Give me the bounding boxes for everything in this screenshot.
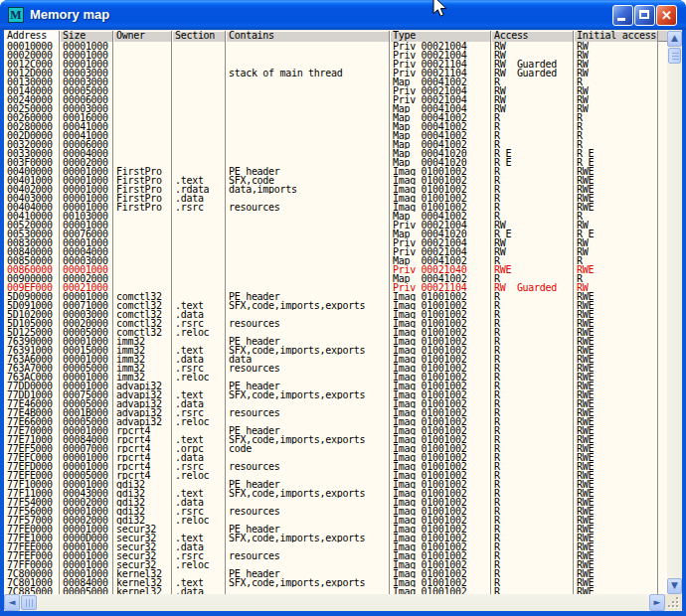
- table-row[interactable]: 763AC00000001000imm32.relocImag 01001002…: [4, 373, 667, 382]
- table-row[interactable]: 77FF000000001000secur32.relocImag 010010…: [4, 560, 667, 569]
- column-header-address[interactable]: Address: [4, 31, 60, 42]
- memory-map-icon[interactable]: M: [8, 7, 24, 23]
- table-row[interactable]: 0012C00000001000Priv 00021104RW GuardedR…: [4, 60, 667, 69]
- table-row[interactable]: 0052000000001000Priv 00021004RWRW: [4, 221, 667, 230]
- column-header-contains[interactable]: Contains: [226, 31, 390, 42]
- table-row[interactable]: 77E4B0000001B000advapi32.rsrcresourcesIm…: [4, 408, 667, 417]
- cell-contains: [226, 158, 390, 167]
- table-row[interactable]: 0026000000016000Map 00041002RR: [4, 113, 667, 122]
- table-row[interactable]: 0002000000001000Priv 00021004RWRW: [4, 51, 667, 60]
- table-row[interactable]: 0040000000001000FirstProPE headerImag 01…: [4, 167, 667, 176]
- table-row[interactable]: 7C80100000084000kernel32.textSFX,code,im…: [4, 578, 667, 587]
- table-row[interactable]: 0040200000001000FirstPro.rdatadata,impor…: [4, 185, 667, 194]
- table-row[interactable]: 77F1000000001000gdi32PE headerImag 01001…: [4, 480, 667, 489]
- table-row[interactable]: 0083000000001000Priv 00021004RWRW: [4, 238, 667, 247]
- table-row[interactable]: 77EF500000007000rpcrt4.orpccodeImag 0100…: [4, 444, 667, 453]
- table-row[interactable]: 0086000000001000Priv 00021040RWERWE: [4, 265, 667, 274]
- table-row[interactable]: 0032000000006000Map 00041002RR: [4, 140, 667, 149]
- table-row[interactable]: 003F000000002000Map 00041020R ER E: [4, 158, 667, 167]
- table-row[interactable]: 77F1100000043000gdi32.textSFX,code,impor…: [4, 489, 667, 498]
- cell-initial-access: RWE: [574, 471, 658, 480]
- table-row[interactable]: 77E7000000001000rpcrt4PE headerImag 0100…: [4, 426, 667, 435]
- column-header-access[interactable]: Access: [491, 31, 574, 42]
- cell-contains: [226, 230, 390, 238]
- horizontal-scrollbar[interactable]: ◄ ►: [4, 594, 665, 611]
- title-bar[interactable]: M Memory map ✕: [0, 0, 686, 30]
- table-row[interactable]: 77DD100000075000advapi32.textSFX,code,im…: [4, 390, 667, 399]
- table-row[interactable]: 77FEF00000001000secur32.rsrcresourcesIma…: [4, 551, 667, 560]
- scroll-right-button[interactable]: ►: [649, 594, 665, 611]
- cell-contains: [226, 42, 390, 51]
- table-row[interactable]: 5D10500000020000comctl32.rsrcresourcesIm…: [4, 319, 667, 328]
- horizontal-scroll-thumb[interactable]: [21, 595, 37, 610]
- table-row[interactable]: 0001000000001000Priv 00021004RWRW: [4, 42, 667, 51]
- cell-section: [172, 149, 226, 158]
- cell-owner: [113, 140, 172, 149]
- table-row[interactable]: 77E6600000005000advapi32.relocImag 01001…: [4, 417, 667, 426]
- table-row[interactable]: 0041000000103000Map 00041002RR: [4, 212, 667, 221]
- table-row[interactable]: 0090000000002000Map 00041002RR: [4, 274, 667, 283]
- cell-section: [172, 265, 226, 274]
- close-button[interactable]: ✕: [656, 5, 677, 26]
- table-row[interactable]: 77E7100000084000rpcrt4.textSFX,code,impo…: [4, 435, 667, 444]
- cell-address: 76390000: [4, 337, 60, 346]
- scroll-down-button[interactable]: ▼: [667, 578, 682, 594]
- table-row[interactable]: 0028000000041000Map 00041002RR: [4, 122, 667, 131]
- table-row[interactable]: 77FE000000001000secur32PE headerImag 010…: [4, 525, 667, 534]
- table-row[interactable]: 7C80000000001000kernel32PE headerImag 01…: [4, 569, 667, 578]
- scroll-up-button[interactable]: ▲: [667, 31, 682, 47]
- table-row[interactable]: 763A600000001000imm32.datadataImag 01001…: [4, 355, 667, 364]
- grip-dot: [668, 605, 670, 607]
- table-row[interactable]: 0085000000003000Map 00041002RR: [4, 256, 667, 265]
- table-row[interactable]: 5D09100000071000comctl32.textSFX,code,im…: [4, 301, 667, 310]
- table-row[interactable]: 7639000000001000imm32PE headerImag 01001…: [4, 337, 667, 346]
- cell-address: 00850000: [4, 256, 60, 265]
- column-header-size[interactable]: Size: [60, 31, 113, 42]
- table-row[interactable]: 5D10200000003000comctl32.dataImag 010010…: [4, 310, 667, 319]
- table-row[interactable]: 7639100000015000imm32.textSFX,code,impor…: [4, 346, 667, 355]
- column-header-section[interactable]: Section: [172, 31, 226, 42]
- table-row[interactable]: 0053000000076000Map 00041020R ER E: [4, 230, 667, 238]
- table-row[interactable]: 77DD000000001000advapi32PE headerImag 01…: [4, 382, 667, 390]
- table-row[interactable]: 002D000000041000Map 00041002RR: [4, 131, 667, 140]
- table-row[interactable]: 0040400000001000FirstPro.rsrcresourcesIm…: [4, 203, 667, 212]
- table-row[interactable]: 77EFD00000001000rpcrt4.rsrcresourcesImag…: [4, 462, 667, 471]
- table-row[interactable]: 77EFC00000001000rpcrt4.dataImag 01001002…: [4, 453, 667, 462]
- vertical-scroll-thumb[interactable]: [668, 48, 681, 64]
- maximize-button[interactable]: [634, 5, 655, 26]
- table-row[interactable]: 5D12500000005000comctl32.relocImag 01001…: [4, 328, 667, 337]
- table-row[interactable]: 0025000000003000Map 00041004RWRW: [4, 104, 667, 113]
- minimize-button[interactable]: [612, 5, 633, 26]
- table-row[interactable]: 009EF00000021000Priv 00021104RW GuardedR…: [4, 283, 667, 292]
- scroll-left-button[interactable]: ◄: [4, 594, 20, 611]
- table-row[interactable]: 0040300000001000FirstPro.dataImag 010010…: [4, 194, 667, 203]
- table-row[interactable]: 77F5400000002000gdi32.dataImag 01001002R…: [4, 498, 667, 507]
- table-row[interactable]: 77FEE00000001000secur32.dataImag 0100100…: [4, 542, 667, 551]
- column-header-initial-access[interactable]: Initial access: [574, 31, 658, 42]
- table-row[interactable]: 0033000000004000Map 00041020R ER E: [4, 149, 667, 158]
- cell-owner: comctl32: [113, 301, 172, 310]
- table-row[interactable]: 0013000000003000Map 00041002RR: [4, 77, 667, 86]
- cell-access: R: [491, 462, 574, 471]
- cell-access: R: [491, 489, 574, 498]
- table-row[interactable]: 0084000000004000Priv 00021004RWRW: [4, 247, 667, 256]
- table-row[interactable]: 7C88500000005000kernel32.dataImag 010010…: [4, 587, 667, 594]
- cell-type: Imag 01001002: [390, 453, 491, 462]
- table-row[interactable]: 77F5700000002000gdi32.relocImag 01001002…: [4, 516, 667, 525]
- table-row[interactable]: 0012D00000003000stack of main threadPriv…: [4, 69, 667, 77]
- column-header-owner[interactable]: Owner: [113, 31, 172, 42]
- vertical-scrollbar[interactable]: ▲ ▼: [667, 31, 682, 594]
- table-row[interactable]: 77F5600000001000gdi32.rsrcresourcesImag …: [4, 507, 667, 516]
- table-row[interactable]: 77EFE00000005000rpcrt4.relocImag 0100100…: [4, 471, 667, 480]
- table-row[interactable]: 77E4600000005000advapi32.dataImag 010010…: [4, 399, 667, 408]
- cell-access: R: [491, 408, 574, 417]
- resize-grip[interactable]: [665, 594, 682, 611]
- table-row[interactable]: 5D09000000001000comctl32PE headerImag 01…: [4, 292, 667, 301]
- column-header-type[interactable]: Type: [390, 31, 491, 42]
- table-row[interactable]: 0014000000005000Priv 00021004RWRW: [4, 86, 667, 95]
- table-row[interactable]: 0024000000006000Priv 00021004RWRW: [4, 95, 667, 104]
- cell-type: Imag 01001002: [390, 578, 491, 587]
- table-row[interactable]: 0040100000001000FirstPro.textSFX,codeIma…: [4, 176, 667, 185]
- table-row[interactable]: 763A700000005000imm32.rsrcresourcesImag …: [4, 364, 667, 373]
- table-row[interactable]: 77FE10000000D000secur32.textSFX,code,imp…: [4, 534, 667, 542]
